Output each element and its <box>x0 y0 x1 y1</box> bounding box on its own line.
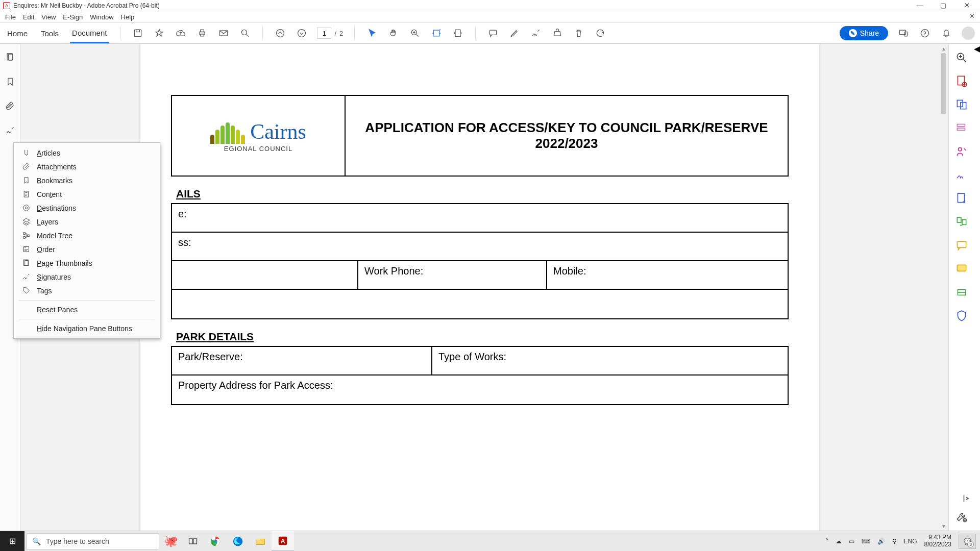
devices-icon[interactable] <box>897 27 910 39</box>
highlight-icon[interactable] <box>508 27 521 39</box>
request-signatures-icon[interactable] <box>955 145 968 158</box>
fill-sign-icon[interactable] <box>955 168 968 182</box>
tab-home[interactable]: Home <box>5 24 30 42</box>
share-label: Share <box>860 29 879 37</box>
close-window-button[interactable]: ✕ <box>960 2 974 9</box>
menu-item-layers[interactable]: Layers <box>14 215 160 229</box>
keyboard-icon[interactable]: ⌨ <box>862 538 870 545</box>
cortana-graphic-icon[interactable]: 🐙 <box>159 531 182 552</box>
combine-files-icon[interactable] <box>955 98 968 111</box>
action-center-icon[interactable]: 💬3 <box>959 534 976 549</box>
menu-item-articles[interactable]: Articles <box>14 146 160 160</box>
search-tool-icon[interactable] <box>955 51 968 64</box>
edit-pdf-icon[interactable] <box>955 121 968 135</box>
menu-item-content[interactable]: Content <box>14 187 160 201</box>
close-document-button[interactable]: ✕ <box>969 12 975 20</box>
selection-arrow-icon[interactable] <box>366 27 378 39</box>
bell-icon[interactable] <box>940 27 952 39</box>
menu-help[interactable]: Help <box>121 13 135 21</box>
expand-panel-icon[interactable] <box>961 492 974 505</box>
sign-icon[interactable] <box>530 27 542 39</box>
stamp-icon[interactable] <box>551 27 564 39</box>
rotate-icon[interactable] <box>594 27 606 39</box>
menu-item-hide-nav-buttons[interactable]: Hide Navigation Pane Buttons <box>14 322 160 335</box>
attachment-panel-icon[interactable] <box>5 101 15 113</box>
send-comments-icon[interactable] <box>955 239 968 252</box>
scroll-track[interactable] <box>941 53 947 521</box>
volume-icon[interactable]: 🔊 <box>877 538 885 545</box>
tab-document[interactable]: Document <box>70 23 109 43</box>
field-name-partial: e: <box>172 204 788 232</box>
menu-item-order[interactable]: Order <box>14 242 160 256</box>
menu-item-destinations[interactable]: Destinations <box>14 201 160 215</box>
page-down-icon[interactable] <box>296 27 308 39</box>
organize-pages-icon[interactable] <box>955 215 968 229</box>
section-applicant-title-partial: AILS <box>176 188 789 200</box>
minimize-button[interactable]: — <box>913 2 927 9</box>
maximize-button[interactable]: ▢ <box>936 2 950 9</box>
start-button[interactable]: ⊞ <box>0 531 24 552</box>
onedrive-icon[interactable]: ☁ <box>836 538 842 545</box>
protect-icon[interactable] <box>955 309 968 322</box>
create-pdf-icon[interactable] <box>955 74 968 88</box>
menu-item-signatures[interactable]: Signatures <box>14 270 160 284</box>
menu-item-bookmarks[interactable]: Bookmarks <box>14 173 160 187</box>
chrome-icon[interactable] <box>204 531 227 552</box>
scroll-down-arrow[interactable]: ▼ <box>941 521 946 531</box>
scroll-thumb[interactable] <box>941 53 946 114</box>
menu-view[interactable]: View <box>41 13 56 21</box>
comment-tool-icon[interactable] <box>955 262 968 276</box>
applicant-table: e: ss: Work Phone: Mobile: <box>171 203 789 319</box>
email-icon[interactable] <box>217 27 230 39</box>
thumbnails-panel-icon[interactable] <box>5 52 15 64</box>
svg-rect-14 <box>905 32 908 36</box>
file-explorer-icon[interactable] <box>249 531 272 552</box>
print-icon[interactable] <box>196 27 208 39</box>
share-button[interactable]: ✎ Share <box>840 26 888 40</box>
help-icon[interactable] <box>919 27 931 39</box>
delete-icon[interactable] <box>573 27 585 39</box>
task-view-icon[interactable] <box>182 531 204 552</box>
menu-edit[interactable]: Edit <box>23 13 34 21</box>
cloud-upload-icon[interactable] <box>175 27 187 39</box>
menu-item-page-thumbnails[interactable]: Page Thumbnails <box>14 256 160 270</box>
signature-panel-icon[interactable] <box>5 126 15 138</box>
total-pages: 2 <box>339 30 343 37</box>
account-avatar[interactable] <box>962 27 975 40</box>
fit-page-icon[interactable] <box>452 27 464 39</box>
menu-item-reset-panes[interactable]: Reset Panes <box>14 303 160 316</box>
menu-file[interactable]: File <box>5 13 16 21</box>
menu-esign[interactable]: E-Sign <box>63 13 83 21</box>
collapse-right-rail-button[interactable]: ◀ <box>974 44 980 531</box>
comment-icon[interactable] <box>487 27 499 39</box>
language-indicator[interactable]: ENG <box>904 538 917 545</box>
export-pdf-icon[interactable] <box>955 192 968 205</box>
taskbar-search[interactable]: 🔍 Type here to search <box>27 533 159 549</box>
vertical-scrollbar[interactable]: ▲ ▼ <box>939 44 948 531</box>
tray-chevron-icon[interactable]: ˄ <box>825 538 828 545</box>
tab-tools[interactable]: Tools <box>39 24 61 42</box>
acrobat-taskbar-icon[interactable]: A <box>272 531 294 552</box>
fit-width-icon[interactable] <box>430 27 443 39</box>
svg-rect-22 <box>960 103 966 109</box>
zoom-in-icon[interactable] <box>409 27 421 39</box>
bookmark-panel-icon[interactable] <box>5 77 15 89</box>
page-up-icon[interactable] <box>274 27 286 39</box>
save-icon[interactable] <box>132 27 144 39</box>
scan-ocr-icon[interactable] <box>955 286 968 299</box>
pdf-page: Cairns EGIONAL COUNCIL APPLICATION FOR A… <box>140 44 819 531</box>
more-tools-icon[interactable] <box>955 510 968 523</box>
current-page-input[interactable] <box>317 28 331 39</box>
wifi-icon[interactable]: ⚲ <box>892 538 897 545</box>
menu-item-model-tree[interactable]: Model Tree <box>14 229 160 242</box>
clock[interactable]: 9:43 PM 8/02/2023 <box>924 534 951 548</box>
menu-item-tags[interactable]: Tags <box>14 284 160 297</box>
scroll-up-arrow[interactable]: ▲ <box>941 44 946 53</box>
menu-item-attachments[interactable]: Attachments <box>14 160 160 173</box>
star-icon[interactable] <box>153 27 165 39</box>
zoom-find-icon[interactable] <box>239 27 251 39</box>
battery-icon[interactable]: ▭ <box>849 538 854 545</box>
hand-pan-icon[interactable] <box>387 27 400 39</box>
menu-window[interactable]: Window <box>90 13 113 21</box>
edge-icon[interactable] <box>227 531 249 552</box>
